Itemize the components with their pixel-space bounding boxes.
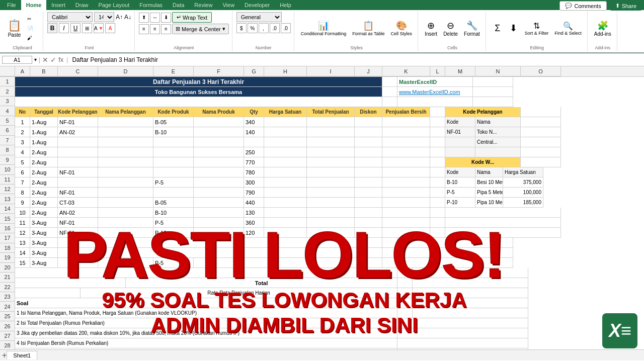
- currency-button[interactable]: $: [236, 23, 247, 33]
- cell-C5[interactable]: NF-01: [58, 117, 98, 127]
- cell-A8[interactable]: 4: [15, 147, 30, 157]
- cell-H13[interactable]: [264, 198, 307, 208]
- cell-B7[interactable]: 1-Aug: [30, 137, 58, 147]
- cell-D13[interactable]: [98, 198, 153, 208]
- row-17[interactable]: 17: [0, 233, 15, 243]
- cell-G14[interactable]: 130: [244, 208, 264, 218]
- tab-draw[interactable]: Draw: [70, 0, 94, 10]
- font-color-button[interactable]: A: [105, 23, 115, 33]
- cell-I5[interactable]: [307, 117, 355, 127]
- cell-A23[interactable]: Soal: [15, 298, 397, 308]
- cell-C16[interactable]: NF-01: [58, 228, 98, 238]
- share-button[interactable]: ⬆ Share: [610, 1, 642, 11]
- tab-review[interactable]: Review: [189, 0, 217, 10]
- cell-E15[interactable]: P-5: [153, 218, 194, 228]
- align-left-button[interactable]: ≡: [139, 24, 149, 34]
- cell-A11[interactable]: 7: [15, 177, 30, 188]
- format-as-table-button[interactable]: 📋 Format as Table: [350, 19, 387, 38]
- cell-K16[interactable]: [382, 228, 430, 238]
- tab-page-layout[interactable]: Page Layout: [93, 0, 134, 10]
- row-26[interactable]: 26: [0, 321, 15, 331]
- cell-C13[interactable]: CT-03: [58, 198, 98, 208]
- cell-D4[interactable]: Nama Pelanggan: [98, 107, 153, 117]
- cell-K11[interactable]: [382, 177, 430, 188]
- cell-I15[interactable]: [307, 218, 355, 228]
- merge-center-button[interactable]: ⊞ Merge & Center ▾: [172, 24, 229, 34]
- row-6[interactable]: 6: [0, 126, 15, 135]
- cell-B18[interactable]: 3-Aug: [30, 248, 58, 258]
- cell-F8[interactable]: [194, 147, 244, 157]
- row-8[interactable]: 8: [0, 145, 15, 155]
- col-header-G[interactable]: G: [244, 66, 264, 76]
- cell-J13[interactable]: [355, 198, 382, 208]
- cell-A13[interactable]: 9: [15, 198, 30, 208]
- cell-A18[interactable]: 14: [15, 248, 30, 258]
- cell-C4[interactable]: Kode Pelanggan: [58, 107, 98, 117]
- cell-F12[interactable]: [194, 188, 244, 198]
- cell-M12[interactable]: P-5: [445, 188, 475, 198]
- cell-D9[interactable]: [98, 157, 153, 167]
- row-22[interactable]: 22: [0, 283, 15, 292]
- row-2[interactable]: 2: [0, 86, 15, 96]
- font-size-dropdown[interactable]: 14: [94, 12, 114, 22]
- cell-B14[interactable]: 2-Aug: [30, 208, 58, 218]
- col-header-H[interactable]: H: [264, 66, 307, 76]
- cell-E16[interactable]: P-10: [153, 228, 194, 238]
- cell-B8[interactable]: 2-Aug: [30, 147, 58, 157]
- row-18[interactable]: 18: [0, 243, 15, 253]
- col-header-C[interactable]: C: [58, 66, 98, 76]
- cell-D15[interactable]: [98, 218, 153, 228]
- cell-N13[interactable]: Pipa 10 Meter: [475, 198, 503, 208]
- row-7[interactable]: 7: [0, 136, 15, 145]
- tab-file[interactable]: File: [2, 0, 21, 10]
- cell-M4[interactable]: Kode Pelanggan: [445, 107, 521, 117]
- cell-F6[interactable]: [194, 127, 244, 137]
- cell-M6[interactable]: NF-01: [445, 127, 475, 137]
- cell-D6[interactable]: [98, 127, 153, 137]
- cell-C19[interactable]: [58, 258, 98, 268]
- number-format-dropdown[interactable]: General: [236, 12, 282, 22]
- cell-A14[interactable]: 10: [15, 208, 30, 218]
- cell-E5[interactable]: B-05: [153, 117, 194, 127]
- row-12[interactable]: 12: [0, 185, 15, 194]
- row-16[interactable]: 16: [0, 224, 15, 233]
- col-header-B[interactable]: B: [30, 66, 58, 76]
- cell-I8[interactable]: [307, 147, 355, 157]
- cell-K14[interactable]: [382, 208, 430, 218]
- cell-C12[interactable]: NF-01: [58, 188, 98, 198]
- format-painter-button[interactable]: 🖌: [25, 34, 40, 42]
- cell-F7[interactable]: [194, 137, 244, 147]
- cell-F5[interactable]: [194, 117, 244, 127]
- cell-B9[interactable]: 2-Aug: [30, 157, 58, 167]
- cell-N10[interactable]: Nama: [475, 167, 503, 177]
- cell-D21[interactable]: Total: [126, 278, 397, 288]
- cell-H4[interactable]: Harga Satuan: [264, 107, 307, 117]
- cell-N12[interactable]: Pipa 5 Meter: [475, 188, 503, 198]
- cell-M7[interactable]: [445, 137, 475, 147]
- tab-formulas[interactable]: Formulas: [134, 0, 168, 10]
- cell-E10[interactable]: [153, 167, 194, 177]
- sort-filter-button[interactable]: ⇅ Sort & Filter: [522, 20, 551, 37]
- cell-C10[interactable]: NF-01: [58, 167, 98, 177]
- row-5[interactable]: 5: [0, 116, 15, 126]
- cell-G5[interactable]: 340: [244, 117, 264, 127]
- tab-help[interactable]: Help: [275, 0, 296, 10]
- col-header-O[interactable]: O: [521, 66, 561, 76]
- row-20[interactable]: 20: [0, 263, 15, 273]
- cell-E8[interactable]: [153, 147, 194, 157]
- underline-button[interactable]: U: [70, 23, 80, 33]
- cell-N11[interactable]: Besi 10 Meter: [475, 177, 503, 188]
- cell-D12[interactable]: [98, 188, 153, 198]
- cell-A15[interactable]: 11: [15, 218, 30, 228]
- cell-H6[interactable]: [264, 127, 307, 137]
- add-ins-button[interactable]: 🧩 Add-ins: [592, 19, 614, 38]
- row-10[interactable]: 10: [0, 165, 15, 174]
- row-15[interactable]: 15: [0, 214, 15, 223]
- dropdown-arrow-icon[interactable]: ▾: [34, 57, 37, 62]
- cell-B11[interactable]: 2-Aug: [30, 177, 58, 188]
- cell-A10[interactable]: 6: [15, 167, 30, 177]
- cell-G15[interactable]: 360: [244, 218, 264, 228]
- cell-H12[interactable]: [264, 188, 307, 198]
- cell-B6[interactable]: 1-Aug: [30, 127, 58, 137]
- decrease-font-button[interactable]: A↓: [124, 14, 131, 21]
